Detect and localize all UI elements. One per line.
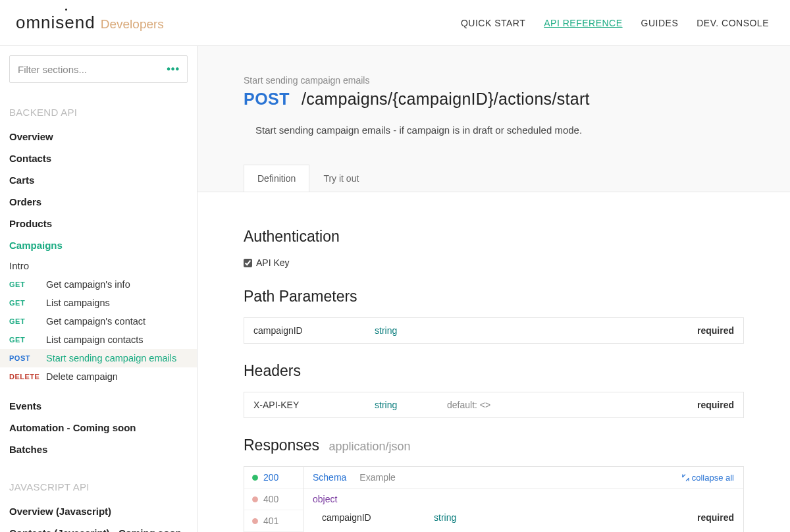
endpoint-label: Get campaign's info	[46, 279, 188, 290]
sidebar-item[interactable]: Products	[9, 213, 188, 234]
response-body: Schema Example collapse all object campa…	[303, 467, 743, 532]
responses-mime: application/json	[329, 440, 410, 453]
method-badge: DELETE	[9, 373, 37, 381]
response-tabs: Schema Example collapse all	[303, 467, 743, 489]
brand-logo: omnisend	[16, 13, 95, 33]
endpoint-label: List campaign contacts	[46, 334, 188, 345]
hero-description: Start sending campaign emails - if campa…	[255, 124, 744, 136]
hero-method: POST	[244, 90, 290, 109]
sidebar-item[interactable]: Events	[9, 395, 188, 417]
main-inner: Start sending campaign emails POST /camp…	[198, 46, 790, 532]
method-badge: POST	[9, 354, 37, 362]
path-params-table: campaignIDstringrequired	[244, 317, 744, 344]
param-row: X-API-KEYstringdefault: <>required	[244, 392, 743, 417]
site-header: omnisend Developers QUICK STARTAPI REFER…	[0, 0, 790, 46]
topnav-api-reference[interactable]: API REFERENCE	[544, 18, 622, 28]
status-dot-icon	[252, 496, 258, 502]
method-badge: GET	[9, 280, 37, 288]
logo-block: omnisend Developers	[16, 13, 164, 33]
topnav-quick-start[interactable]: QUICK START	[461, 18, 525, 28]
method-badge: GET	[9, 299, 37, 307]
schema-root-type: object	[313, 494, 734, 504]
resp-tab-schema[interactable]: Schema	[313, 472, 346, 483]
sidebar-endpoint[interactable]: DELETEDelete campaign	[9, 367, 188, 386]
endpoint-label: Get campaign's contact	[46, 316, 188, 327]
param-extra: default: <>	[447, 400, 697, 410]
sidebar-item[interactable]: Batches	[9, 439, 188, 460]
param-required: required	[697, 400, 734, 410]
endpoint-label: List campaigns	[46, 298, 188, 308]
tab-try-it-out[interactable]: Try it out	[309, 165, 373, 192]
collapse-all-button[interactable]: collapse all	[682, 473, 734, 483]
param-name: X-API-KEY	[253, 400, 375, 410]
auth-heading: Authentication	[244, 228, 744, 246]
sidebar-endpoint[interactable]: POSTStart sending campaign emails	[0, 349, 197, 367]
headers-heading: Headers	[244, 362, 744, 380]
param-row: campaignIDstringrequired	[244, 318, 743, 343]
endpoint-label: Delete campaign	[46, 371, 188, 382]
response-code-200[interactable]: 200	[244, 467, 303, 489]
sidebar-heading: JAVASCRIPT API	[9, 475, 188, 500]
param-extra	[447, 325, 697, 336]
filter-more-icon[interactable]: •••	[167, 63, 180, 75]
auth-apikey-checkbox[interactable]	[244, 259, 252, 267]
topnav-dev-console[interactable]: DEV. CONSOLE	[697, 18, 769, 28]
param-type: string	[375, 400, 447, 410]
schema-row: campaignIDstringrequired	[313, 508, 734, 527]
sidebar-item[interactable]: Contacts (Javascript) - Coming soon	[9, 522, 188, 532]
method-badge: GET	[9, 317, 37, 325]
auth-apikey-label: API Key	[256, 257, 290, 268]
sidebar-endpoint[interactable]: GETGet campaign's info	[9, 275, 188, 294]
content-tabs: Definition Try it out	[244, 165, 744, 192]
status-dot-icon	[252, 518, 258, 524]
auth-apikey-row[interactable]: API Key	[244, 257, 744, 268]
sidebar-item[interactable]: Overview (Javascript)	[9, 500, 188, 522]
schema-type: string	[434, 512, 697, 523]
hero-path: /campaigns/{campaignID}/actions/start	[302, 90, 590, 109]
sidebar-item[interactable]: Carts	[9, 169, 188, 191]
param-required: required	[697, 325, 734, 336]
layout: ••• BACKEND APIOverviewContactsCartsOrde…	[0, 46, 790, 532]
endpoint-label: Start sending campaign emails	[46, 353, 188, 363]
sidebar-item[interactable]: Contacts	[9, 147, 188, 169]
top-nav: QUICK STARTAPI REFERENCEGUIDESDEV. CONSO…	[461, 18, 769, 28]
responses-block: 200400401403404 Schema Example collapse …	[244, 466, 744, 532]
definition-body: Authentication API Key Path Parameters c…	[198, 192, 790, 532]
hero-subtitle: Start sending campaign emails	[244, 75, 744, 86]
sidebar-item[interactable]: Overview	[9, 126, 188, 147]
headers-table: X-API-KEYstringdefault: <>required	[244, 392, 744, 418]
topnav-guides[interactable]: GUIDES	[641, 18, 679, 28]
sidebar-item[interactable]: Automation - Coming soon	[9, 417, 188, 439]
schema-required: required	[697, 512, 734, 523]
sidebar-subitem[interactable]: Intro	[9, 256, 188, 275]
param-type: string	[375, 325, 447, 336]
sidebar-endpoint[interactable]: GETList campaign contacts	[9, 331, 188, 349]
param-name: campaignID	[253, 325, 375, 336]
response-codes: 200400401403404	[244, 467, 303, 532]
responses-heading: Responses application/json	[244, 437, 744, 454]
sidebar: ••• BACKEND APIOverviewContactsCartsOrde…	[0, 46, 198, 532]
schema-field: campaignID	[322, 512, 434, 523]
filter-input[interactable]	[9, 55, 188, 83]
sidebar-endpoint[interactable]: GETGet campaign's contact	[9, 312, 188, 331]
main: Start sending campaign emails POST /camp…	[198, 46, 790, 532]
status-dot-icon	[252, 475, 258, 481]
sidebar-endpoint[interactable]: GETList campaigns	[9, 294, 188, 312]
filter-wrap: •••	[9, 55, 188, 83]
sidebar-content: BACKEND APIOverviewContactsCartsOrdersPr…	[9, 100, 188, 532]
response-code-400[interactable]: 400	[244, 489, 303, 510]
hero-title: POST /campaigns/{campaignID}/actions/sta…	[244, 90, 744, 109]
response-code-401[interactable]: 401	[244, 510, 303, 532]
sidebar-item[interactable]: Campaigns	[9, 234, 188, 256]
sidebar-heading: BACKEND API	[9, 100, 188, 126]
collapse-icon	[682, 474, 689, 481]
method-badge: GET	[9, 336, 37, 344]
path-params-heading: Path Parameters	[244, 288, 744, 306]
response-schema: object campaignIDstringrequired	[303, 489, 743, 532]
tab-definition[interactable]: Definition	[244, 165, 309, 192]
sidebar-item[interactable]: Orders	[9, 191, 188, 213]
brand-suffix: Developers	[101, 17, 164, 32]
resp-tab-example[interactable]: Example	[359, 472, 395, 483]
